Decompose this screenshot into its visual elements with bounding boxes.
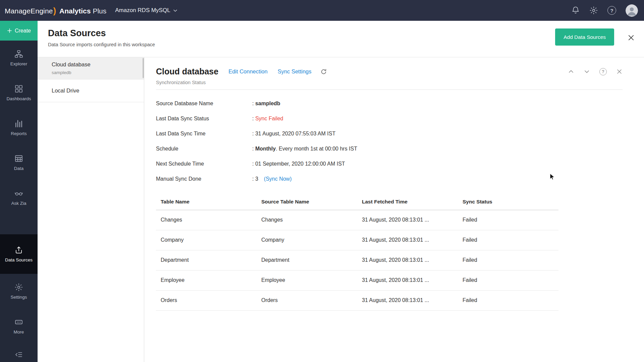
data-table-icon [14, 154, 23, 163]
cell-table-name: Company [156, 230, 257, 250]
cell-last-fetched-time: 31 August, 2020 08:13:01 ... [357, 230, 458, 250]
sidebar-item-dashboards[interactable]: Dashboards [0, 75, 38, 110]
field-label: Next Schedule Time [156, 161, 252, 167]
cell-table-name: Employee [156, 270, 257, 290]
topbar-actions [571, 4, 638, 17]
close-icon[interactable] [616, 68, 623, 75]
field-last-data-sync-time: Last Data Sync Time 31 August, 2020 07:5… [156, 126, 644, 141]
sidebar: Create Explorer Dashboards Reports Data … [0, 21, 38, 362]
help-icon[interactable] [607, 6, 616, 15]
field-last-data-sync-status: Last Data Sync Status Sync Failed [156, 111, 644, 126]
table-row[interactable]: Company Company 31 August, 2020 08:13:01… [156, 230, 558, 250]
column-header-sync-status[interactable]: Sync Status [458, 194, 558, 210]
field-label: Last Data Sync Status [156, 116, 252, 122]
logo-swoosh-icon: ) [53, 6, 56, 16]
cell-source-table-name: Changes [257, 210, 357, 230]
source-detail-panel: Cloud database Edit Connection Sync Sett… [145, 57, 644, 362]
app-root: { "topbar": { "brand": { "company": "Man… [0, 0, 644, 362]
cell-last-fetched-time: 31 August, 2020 08:13:01 ... [357, 250, 458, 270]
reports-icon [14, 119, 23, 128]
more-ellipsis-icon [14, 318, 23, 326]
field-value: 01 September, 2020 12:00:00 AM IST [255, 161, 345, 167]
chevron-up-icon[interactable] [568, 68, 574, 75]
field-label: Manual Sync Done [156, 176, 252, 182]
page-title: Data Sources [48, 28, 106, 39]
sidebar-item-data-sources[interactable]: Data Sources [0, 234, 38, 274]
table-header-row: Table Name Source Table Name Last Fetche… [156, 194, 558, 210]
sidebar-item-label: Dashboards [7, 96, 31, 101]
field-label: Source Database Name [156, 101, 252, 107]
sidebar-item-label: Ask Zia [11, 201, 26, 206]
brand-logo[interactable]: ManageEngine ) Analytics Plus [5, 6, 106, 15]
table-row[interactable]: Orders Orders 31 August, 2020 08:13:01 .… [156, 290, 558, 310]
sidebar-item-label: Data Sources [5, 257, 33, 262]
refresh-icon[interactable] [320, 68, 327, 75]
sidebar-collapse-icon[interactable] [15, 351, 23, 359]
cell-source-table-name: Employee [257, 270, 357, 290]
status-badge: Sync Failed [255, 116, 283, 122]
topbar: ManageEngine ) Analytics Plus Amazon RDS… [0, 0, 644, 21]
sidebar-item-reports[interactable]: Reports [0, 110, 38, 145]
explorer-icon [14, 50, 23, 58]
table-row[interactable]: Department Department 31 August, 2020 08… [156, 250, 558, 270]
sync-settings-link[interactable]: Sync Settings [278, 68, 312, 75]
add-data-sources-button[interactable]: Add Data Sources [555, 28, 614, 46]
table-row[interactable]: Employee Employee 31 August, 2020 08:13:… [156, 270, 558, 290]
user-avatar[interactable] [626, 4, 638, 17]
plus-icon [7, 28, 12, 34]
cell-sync-status: Failed [458, 250, 558, 270]
notifications-bell-icon[interactable] [571, 6, 580, 15]
source-list-item-cloud-database[interactable]: Cloud database sampledb [38, 57, 144, 79]
column-header-source-table-name[interactable]: Source Table Name [257, 194, 357, 210]
field-manual-sync-done: Manual Sync Done 3 (Sync Now) [156, 171, 644, 186]
sync-now-link[interactable]: (Sync Now) [264, 176, 292, 182]
cell-source-table-name: Company [257, 230, 357, 250]
chevron-down-icon[interactable] [584, 68, 590, 75]
field-source-database-name: Source Database Name sampledb [156, 96, 644, 111]
sidebar-item-label: Settings [11, 295, 27, 300]
field-label: Last Data Sync Time [156, 131, 252, 137]
sync-status-fields: Source Database Name sampledb Last Data … [156, 96, 644, 186]
close-icon[interactable] [627, 34, 635, 42]
sidebar-item-explorer[interactable]: Explorer [0, 41, 38, 75]
edit-connection-link[interactable]: Edit Connection [228, 68, 268, 75]
cell-last-fetched-time: 31 August, 2020 08:13:01 ... [357, 290, 458, 310]
cell-table-name: Changes [156, 210, 257, 230]
sidebar-item-data[interactable]: Data [0, 145, 38, 180]
help-icon[interactable] [599, 68, 607, 75]
cell-source-table-name: Department [257, 250, 357, 270]
sidebar-item-label: Data [14, 166, 24, 171]
create-button-label: Create [15, 28, 31, 34]
field-value-bold: Monthly [255, 146, 276, 152]
scrollbar-thumb[interactable] [143, 58, 144, 78]
source-list-item-local-drive[interactable]: Local Drive [38, 79, 144, 102]
zia-glasses-icon [14, 189, 23, 198]
cell-table-name: Department [156, 250, 257, 270]
workspace-selector[interactable]: Amazon RDS MySQL [115, 7, 177, 14]
main-panel: Data Sources Data Source imports configu… [38, 21, 644, 362]
table-row[interactable]: Changes Changes 31 August, 2020 08:13:01… [156, 210, 558, 230]
section-label: Synchronization Status [156, 80, 644, 85]
sidebar-item-more[interactable]: More [0, 309, 38, 344]
cell-sync-status: Failed [458, 210, 558, 230]
sidebar-item-label: Reports [11, 131, 26, 136]
sidebar-item-label: Explorer [10, 61, 27, 66]
cell-sync-status: Failed [458, 290, 558, 310]
settings-gear-icon[interactable] [589, 6, 598, 15]
column-header-last-fetched-time[interactable]: Last Fetched Time [357, 194, 458, 210]
page-header: Data Sources Data Source imports configu… [38, 21, 644, 57]
cell-source-table-name: Orders [257, 290, 357, 310]
create-button[interactable]: Create [0, 21, 38, 41]
sidebar-item-settings[interactable]: Settings [0, 274, 38, 309]
source-item-title: Cloud database [52, 61, 144, 68]
sidebar-item-ask-zia[interactable]: Ask Zia [0, 180, 38, 215]
column-header-table-name[interactable]: Table Name [156, 194, 257, 210]
tables-sync-status-table: Table Name Source Table Name Last Fetche… [156, 194, 558, 311]
detail-header: Cloud database Edit Connection Sync Sett… [145, 57, 644, 76]
cell-table-name: Orders [156, 290, 257, 310]
field-next-schedule-time: Next Schedule Time 01 September, 2020 12… [156, 156, 644, 171]
chevron-down-icon [173, 8, 178, 13]
brand-company: ManageEngine [5, 7, 53, 15]
dashboards-icon [14, 84, 23, 93]
field-value: sampledb [255, 101, 280, 107]
